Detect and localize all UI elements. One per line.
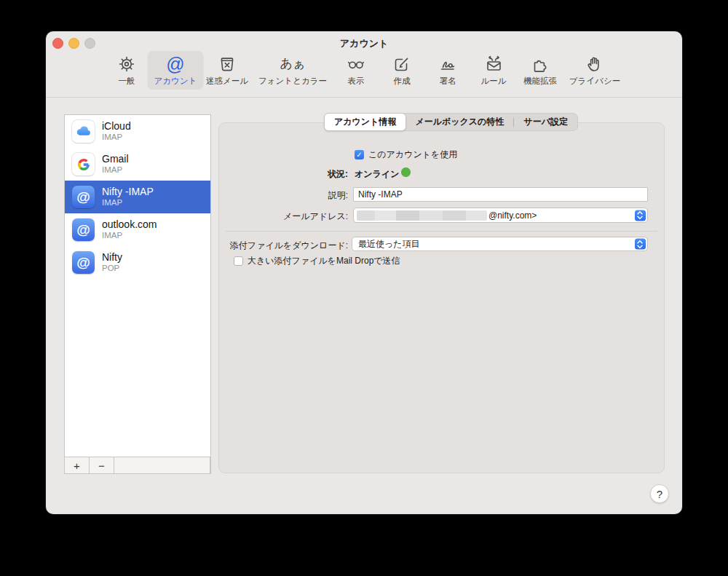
toolbar-item-junk-mail[interactable]: 迷惑メール	[199, 51, 255, 90]
email-label: メールアドレス:	[221, 210, 348, 223]
hand-icon	[585, 53, 605, 75]
signature-icon	[438, 53, 458, 75]
toolbar-item-extensions[interactable]: 機能拡張	[517, 51, 563, 90]
tab-account-info[interactable]: アカウント情報	[324, 113, 406, 131]
toolbar-label: アカウント	[154, 76, 197, 87]
toolbar-item-privacy[interactable]: プライバシー	[563, 51, 627, 90]
rules-envelope-icon	[483, 53, 504, 75]
mail-preferences-window: アカウント 一般 @ アカウント	[46, 31, 682, 514]
fonts-icon: あぁ	[280, 53, 306, 75]
preferences-toolbar: 一般 @ アカウント 迷惑メール あぁ フォントとカラー	[46, 49, 682, 97]
account-row-icloud[interactable]: iCloud IMAP	[65, 115, 210, 148]
toolbar-label: プライバシー	[569, 76, 620, 87]
enable-account-row: ✓ このアカウントを使用	[355, 149, 457, 161]
mail-drop-label: 大きい添付ファイルをMail Dropで送信	[248, 255, 400, 267]
toolbar-label: 表示	[348, 76, 365, 87]
status-label: 状況:	[221, 168, 348, 181]
account-row-nifty-pop[interactable]: @ Nifty POP	[65, 246, 210, 279]
puzzle-icon	[530, 53, 550, 75]
enable-account-checkbox[interactable]: ✓	[355, 150, 364, 159]
download-attachments-label: 添付ファイルをダウンロード:	[221, 240, 348, 252]
download-attachments-popup[interactable]: 最近使った項目	[352, 237, 648, 251]
account-protocol: POP	[102, 264, 122, 273]
google-g-icon	[72, 153, 95, 175]
account-row-nifty-imap[interactable]: @ Nifty -IMAP IMAP	[65, 181, 210, 213]
toolbar-label: 作成	[394, 76, 411, 87]
download-attachments-value: 最近使った項目	[352, 238, 420, 250]
at-app-icon: @	[72, 251, 95, 274]
toolbar-label: 迷惑メール	[206, 76, 248, 87]
account-protocol: IMAP	[102, 199, 154, 208]
help-button[interactable]: ?	[650, 484, 669, 503]
toolbar-label: 署名	[440, 76, 456, 87]
remove-account-button[interactable]: −	[90, 457, 114, 473]
tab-server-settings[interactable]: サーバ設定	[514, 114, 577, 130]
form-separator	[226, 231, 657, 232]
glasses-icon	[346, 53, 366, 75]
account-name: iCloud	[102, 121, 131, 131]
toolbar-item-accounts[interactable]: @ アカウント	[148, 51, 204, 90]
popup-stepper-icon	[635, 239, 646, 250]
mail-drop-checkbox[interactable]	[234, 256, 243, 266]
toolbar-label: ルール	[480, 76, 506, 87]
account-protocol: IMAP	[102, 232, 157, 240]
at-app-icon: @	[72, 218, 95, 241]
tab-mailbox-behaviors[interactable]: メールボックスの特性	[405, 114, 513, 130]
at-app-icon: @	[72, 186, 95, 208]
junk-basket-icon	[217, 53, 237, 75]
toolbar-item-rules[interactable]: ルール	[474, 51, 513, 90]
account-name: outlook.com	[102, 219, 157, 229]
enable-account-label: このアカウントを使用	[368, 149, 457, 161]
toolbar-label: 機能拡張	[523, 76, 557, 87]
toolbar-item-composing[interactable]: 作成	[385, 51, 419, 90]
accounts-sidebar: iCloud IMAP Gmail IMAP @	[64, 114, 211, 474]
email-address-popup[interactable]: @nifty.com>	[353, 208, 648, 223]
email-visible-value: @nifty.com>	[488, 210, 537, 221]
account-name: Nifty	[102, 252, 122, 262]
check-icon: ✓	[356, 151, 362, 159]
account-name: Gmail	[102, 154, 129, 164]
toolbar-label: フォントとカラー	[258, 76, 327, 87]
description-label: 説明:	[221, 189, 348, 202]
account-row-outlook[interactable]: @ outlook.com IMAP	[65, 213, 210, 246]
add-account-button[interactable]: +	[65, 457, 90, 473]
compose-icon	[392, 53, 412, 75]
toolbar-divider	[46, 97, 682, 98]
account-row-gmail[interactable]: Gmail IMAP	[65, 148, 210, 181]
toolbar-item-viewing[interactable]: 表示	[339, 51, 373, 90]
redacted-email-block	[357, 210, 487, 221]
toolbar-item-fonts-colors[interactable]: あぁ フォントとカラー	[252, 51, 333, 90]
toolbar-item-signatures[interactable]: 署名	[431, 51, 464, 90]
toolbar-item-general[interactable]: 一般	[110, 51, 143, 90]
popup-stepper-icon	[635, 210, 646, 221]
gear-icon	[116, 53, 137, 75]
status-value: オンライン	[355, 168, 399, 181]
icloud-cloud-icon	[72, 120, 95, 143]
account-tabs: アカウント情報 メールボックスの特性 サーバ設定	[324, 113, 578, 131]
account-protocol: IMAP	[102, 166, 129, 175]
at-icon: @	[166, 53, 184, 75]
account-name: Nifty -IMAP	[102, 186, 154, 197]
online-status-indicator	[401, 167, 411, 177]
description-input[interactable]	[353, 187, 648, 202]
sidebar-bottom-bar: + −	[65, 457, 210, 473]
account-protocol: IMAP	[102, 133, 131, 142]
sidebar-bottom-spacer	[114, 457, 210, 473]
mail-drop-row: 大きい添付ファイルをMail Dropで送信	[234, 255, 400, 267]
toolbar-label: 一般	[119, 76, 135, 87]
